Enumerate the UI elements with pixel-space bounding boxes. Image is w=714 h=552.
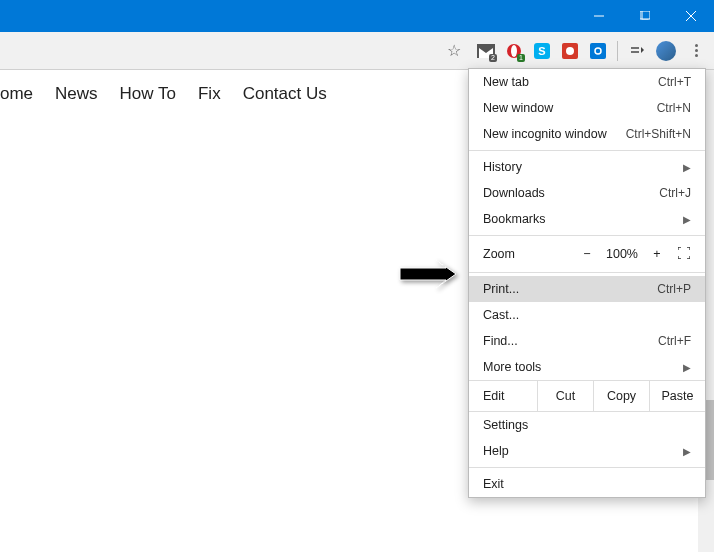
maximize-button[interactable] (622, 0, 668, 32)
fullscreen-button[interactable] (671, 247, 697, 262)
menu-label: Print... (483, 282, 519, 296)
menu-label: Exit (483, 477, 504, 491)
submenu-arrow-icon: ▶ (683, 362, 691, 373)
menu-more-tools[interactable]: More tools▶ (469, 354, 705, 380)
menu-label: New tab (483, 75, 529, 89)
menu-new-window[interactable]: New windowCtrl+N (469, 95, 705, 121)
paste-button[interactable]: Paste (649, 381, 705, 411)
media-control-icon[interactable] (628, 42, 646, 60)
menu-help[interactable]: Help▶ (469, 438, 705, 464)
menu-edit-row: Edit Cut Copy Paste (469, 380, 705, 412)
menu-settings[interactable]: Settings (469, 412, 705, 438)
shortcut-label: Ctrl+T (658, 75, 691, 89)
window-titlebar (0, 0, 714, 32)
menu-label: New window (483, 101, 553, 115)
zoom-out-button[interactable]: − (573, 243, 601, 265)
menu-separator (469, 467, 705, 468)
menu-find[interactable]: Find...Ctrl+F (469, 328, 705, 354)
svg-text:S: S (538, 45, 545, 57)
chrome-menu-dropdown: New tabCtrl+T New windowCtrl+N New incog… (468, 68, 706, 498)
nav-contact[interactable]: Contact Us (243, 84, 327, 104)
shortcut-label: Ctrl+N (657, 101, 691, 115)
chrome-menu-button[interactable] (686, 41, 706, 61)
menu-print[interactable]: Print...Ctrl+P (469, 276, 705, 302)
toolbar-divider (617, 41, 618, 61)
edit-label: Edit (469, 381, 537, 411)
cut-button[interactable]: Cut (537, 381, 593, 411)
menu-zoom-row: Zoom − 100% + (469, 239, 705, 269)
menu-history[interactable]: History▶ (469, 154, 705, 180)
svg-rect-2 (642, 11, 650, 19)
close-button[interactable] (668, 0, 714, 32)
gmail-badge: 2 (489, 54, 497, 62)
menu-incognito[interactable]: New incognito windowCtrl+Shift+N (469, 121, 705, 147)
svg-point-6 (511, 45, 517, 57)
menu-label: More tools (483, 360, 541, 374)
nav-news[interactable]: News (55, 84, 98, 104)
gmail-extension-icon[interactable]: 2 (477, 42, 495, 60)
nav-fix[interactable]: Fix (198, 84, 221, 104)
svg-rect-11 (590, 43, 606, 59)
extension-icon-red[interactable] (561, 42, 579, 60)
copy-button[interactable]: Copy (593, 381, 649, 411)
submenu-arrow-icon: ▶ (683, 214, 691, 225)
shortcut-label: Ctrl+P (657, 282, 691, 296)
menu-downloads[interactable]: DownloadsCtrl+J (469, 180, 705, 206)
skype-extension-icon[interactable]: S (533, 42, 551, 60)
menu-cast[interactable]: Cast... (469, 302, 705, 328)
opera-badge: 1 (517, 54, 525, 62)
profile-avatar[interactable] (656, 41, 676, 61)
menu-separator (469, 272, 705, 273)
zoom-label: Zoom (483, 247, 573, 261)
browser-toolbar: ☆ 2 1 S (0, 32, 714, 70)
menu-label: New incognito window (483, 127, 607, 141)
menu-exit[interactable]: Exit (469, 471, 705, 497)
menu-label: Find... (483, 334, 518, 348)
shortcut-label: Ctrl+Shift+N (626, 127, 691, 141)
menu-label: Bookmarks (483, 212, 546, 226)
svg-point-10 (566, 47, 574, 55)
zoom-value: 100% (601, 247, 643, 261)
menu-label: Downloads (483, 186, 545, 200)
submenu-arrow-icon: ▶ (683, 162, 691, 173)
menu-separator (469, 150, 705, 151)
shortcut-label: Ctrl+F (658, 334, 691, 348)
menu-label: Settings (483, 418, 528, 432)
bookmark-star-icon[interactable]: ☆ (447, 41, 461, 60)
opera-extension-icon[interactable]: 1 (505, 42, 523, 60)
menu-label: History (483, 160, 522, 174)
nav-howto[interactable]: How To (120, 84, 176, 104)
submenu-arrow-icon: ▶ (683, 446, 691, 457)
cursor-pointer-icon (398, 254, 458, 294)
menu-separator (469, 235, 705, 236)
menu-label: Help (483, 444, 509, 458)
zoom-in-button[interactable]: + (643, 243, 671, 265)
extension-icon-sync[interactable] (589, 42, 607, 60)
menu-label: Cast... (483, 308, 519, 322)
menu-new-tab[interactable]: New tabCtrl+T (469, 69, 705, 95)
shortcut-label: Ctrl+J (659, 186, 691, 200)
nav-home[interactable]: ome (0, 84, 33, 104)
minimize-button[interactable] (576, 0, 622, 32)
menu-bookmarks[interactable]: Bookmarks▶ (469, 206, 705, 232)
